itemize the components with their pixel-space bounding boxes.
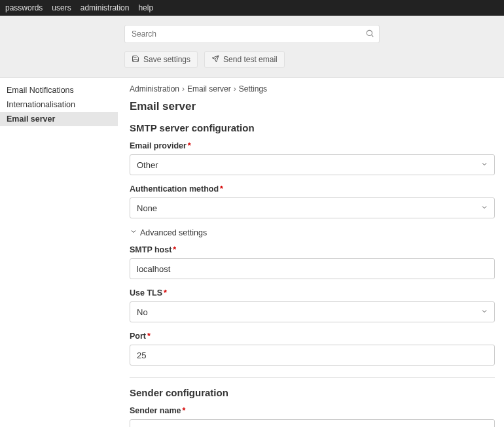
save-settings-button[interactable]: Save settings <box>124 51 198 68</box>
send-icon <box>211 55 223 65</box>
send-test-email-label: Send test email <box>223 55 278 64</box>
nav-administration[interactable]: administration <box>81 3 130 12</box>
section-divider <box>130 377 495 378</box>
advanced-settings-toggle[interactable]: Advanced settings <box>130 228 495 237</box>
save-settings-label: Save settings <box>143 55 190 64</box>
select-auth-method[interactable]: None <box>130 197 495 218</box>
chevron-down-icon <box>130 228 140 237</box>
toolbar-area: Save settings Send test email <box>0 16 504 78</box>
sidebar-item-email-notifications[interactable]: Email Notifications <box>0 83 118 97</box>
svg-point-0 <box>367 30 372 35</box>
sidebar-item-email-server[interactable]: Email server <box>0 112 118 126</box>
send-test-email-button[interactable]: Send test email <box>204 51 285 68</box>
breadcrumb-part-2: Settings <box>239 84 267 94</box>
label-smtp-host: SMTP host* <box>130 245 495 254</box>
select-use-tls[interactable]: No <box>130 301 495 322</box>
advanced-settings-label: Advanced settings <box>140 228 207 237</box>
search-input[interactable] <box>124 25 380 43</box>
breadcrumb-part-0[interactable]: Administration <box>130 84 179 94</box>
input-smtp-host[interactable] <box>130 258 495 279</box>
label-email-provider: Email provider* <box>130 141 495 150</box>
page-title: Email server <box>130 100 495 113</box>
input-sender-name[interactable] <box>130 419 495 427</box>
section-title-smtp: SMTP server configuration <box>130 122 495 133</box>
label-sender-name: Sender name* <box>130 406 495 415</box>
input-port[interactable] <box>130 345 495 366</box>
save-icon <box>132 55 143 65</box>
breadcrumb-part-1[interactable]: Email server <box>187 84 231 94</box>
label-port: Port* <box>130 332 495 341</box>
label-auth-method: Authentication method* <box>130 184 495 194</box>
top-nav: passwords users administration help <box>0 0 504 16</box>
section-title-sender: Sender configuration <box>130 387 495 398</box>
search-icon <box>365 29 374 38</box>
select-email-provider[interactable]: Other <box>130 154 495 175</box>
sidebar-item-internationalisation[interactable]: Internationalisation <box>0 97 118 112</box>
svg-line-1 <box>372 35 374 37</box>
main-content: Administration›Email server›Settings Ema… <box>118 78 504 427</box>
sidebar: Email Notifications Internationalisation… <box>0 78 118 427</box>
nav-users[interactable]: users <box>52 3 71 12</box>
breadcrumb: Administration›Email server›Settings <box>130 84 495 94</box>
nav-passwords[interactable]: passwords <box>5 3 43 12</box>
nav-help[interactable]: help <box>138 3 153 12</box>
label-use-tls: Use TLS* <box>130 288 495 298</box>
